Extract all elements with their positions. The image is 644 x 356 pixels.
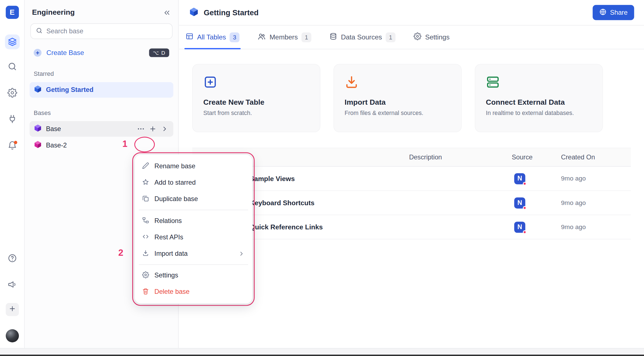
gear-icon [414,32,421,42]
integrations-plug-icon[interactable] [7,114,17,124]
search-base-field[interactable] [30,23,172,39]
card-title: Import Data [345,98,450,107]
tab-badge: 1 [301,32,311,42]
table-grid-icon [186,32,193,42]
card-title: Connect External Data [486,98,592,107]
share-label: Share [610,9,628,16]
created-on-cell: 9mo ago [558,199,631,207]
menu-item-settings[interactable]: Settings [137,267,250,284]
window-edge [0,355,644,356]
tab-bar: All Tables 3 Members 1 [179,26,644,49]
tab-label: Data Sources [341,33,382,41]
menu-item-add-to-starred[interactable]: Add to starred [137,174,250,191]
create-base-button[interactable]: + Create Base ⌥ D [30,46,172,59]
expand-chevron-right-icon[interactable] [160,124,169,134]
base-context-menu: Rename base Add to starred Duplicate bas… [134,154,253,304]
help-icon[interactable] [7,253,17,263]
relations-icon [142,217,149,225]
source-letter: N [517,175,522,182]
tab-data-sources[interactable]: Data Sources 1 [330,26,396,49]
app-window: E [0,0,644,356]
annotation-box-step2: Rename base Add to starred Duplicate bas… [132,152,255,306]
source-letter: N [517,199,522,207]
icon-rail: E [0,0,25,356]
share-button[interactable]: Share [593,5,634,20]
import-download-icon [142,249,149,258]
tab-label: Members [269,33,298,41]
search-icon[interactable] [7,62,17,71]
notion-source-icon: N [514,197,525,208]
column-header-description: Description [406,154,509,161]
sidebar-item-base-2[interactable]: Base-2 [29,137,173,153]
menu-item-relations[interactable]: Relations [137,213,250,229]
quick-action-cards: Create New Table Start from scratch. Imp… [179,49,644,132]
download-icon [345,83,358,90]
notion-source-icon: N [514,222,525,233]
table-row[interactable]: Keyboard Shortcuts N 9mo ago [192,191,631,215]
connect-external-data-card[interactable]: Connect External Data In realtime to ext… [475,64,603,132]
menu-item-duplicate-base[interactable]: Duplicate base [137,191,250,207]
base-cube-icon [34,85,42,95]
workspace-logo[interactable]: E [6,6,19,19]
tab-all-tables[interactable]: All Tables 3 [186,26,239,49]
table-row[interactable]: Quick Reference Links N 9mo ago [192,215,631,239]
sidebar-item-label: Base-2 [46,142,67,149]
database-icon [330,32,337,42]
tables-list: Description Source Created On Sample Vie… [192,148,631,239]
tab-members[interactable]: Members 1 [258,26,311,49]
plus-icon [8,305,16,314]
create-new-table-card[interactable]: Create New Table Start from scratch. [192,64,320,132]
tab-label: All Tables [197,33,226,41]
base-options-ellipsis-icon[interactable] [136,124,146,134]
bases-nav-button[interactable] [5,34,19,49]
add-workspace-button[interactable] [6,303,19,316]
card-subtitle: From files & external sources. [345,110,450,116]
starred-section-label: Starred [25,59,178,81]
gear-icon[interactable] [7,88,17,97]
sidebar-item-label: Getting Started [46,86,94,94]
menu-item-rename-base[interactable]: Rename base [137,158,250,174]
source-letter: N [517,223,522,231]
created-on-cell: 9mo ago [558,175,631,182]
code-brackets-icon [142,233,149,242]
plus-circle-icon: + [34,49,41,56]
tab-badge: 1 [386,32,395,42]
bottom-strip [0,348,644,355]
notification-dot [14,141,17,144]
menu-divider [139,264,248,265]
menu-item-import-data[interactable]: Import data [137,245,250,262]
duplicate-icon [142,195,149,203]
announcements-megaphone-icon[interactable] [7,280,17,289]
sidebar-item-base[interactable]: Base [29,121,173,137]
trash-icon [142,288,149,296]
tab-badge: 3 [230,32,239,42]
add-table-plus-icon[interactable] [148,124,158,134]
sidebar-item-label: Base [46,125,61,133]
annotation-step-1: 1 [123,139,128,149]
tab-label: Settings [425,33,450,41]
menu-item-rest-apis[interactable]: Rest APIs [137,229,250,245]
search-base-input[interactable] [46,27,167,35]
column-header-created-on: Created On [558,154,631,161]
menu-divider [139,210,248,210]
status-dot [523,206,526,209]
table-row[interactable]: Sample Views N 9mo ago [192,167,631,191]
menu-item-delete-base[interactable]: Delete base [137,284,250,300]
collapse-sidebar-icon[interactable] [163,8,171,17]
created-on-cell: 9mo ago [558,223,631,231]
import-data-card[interactable]: Import Data From files & external source… [333,64,461,132]
status-dot [523,230,526,234]
base-cube-icon [34,124,42,134]
user-avatar[interactable] [6,329,19,342]
sidebar-item-getting-started[interactable]: Getting Started [29,82,173,98]
notifications-bell-icon[interactable] [7,141,17,150]
page-title: Getting Started [204,8,259,17]
menu-item-label: Relations [154,217,182,225]
submenu-chevron-icon [238,250,245,257]
menu-item-label: Import data [154,250,188,257]
card-title: Create New Table [203,98,309,107]
plus-square-icon [203,83,217,90]
tab-settings[interactable]: Settings [414,26,450,49]
menu-item-label: Duplicate base [154,195,198,203]
pencil-icon [142,162,149,171]
